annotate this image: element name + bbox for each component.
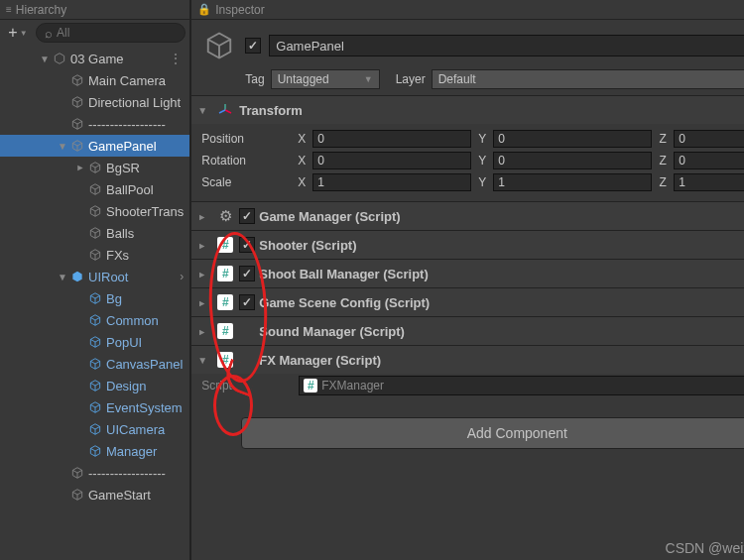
property-label: Rotation bbox=[201, 154, 291, 168]
context-menu-icon[interactable]: ⋮ bbox=[169, 51, 184, 66]
tree-item-label: Balls bbox=[106, 226, 134, 241]
object-active-checkbox[interactable] bbox=[245, 38, 261, 54]
x-input[interactable] bbox=[312, 130, 471, 148]
y-input[interactable] bbox=[493, 130, 652, 148]
y-input[interactable] bbox=[493, 152, 652, 169]
transform-row: Rotation X Y Z bbox=[201, 150, 744, 171]
search-input[interactable] bbox=[57, 26, 177, 40]
script-icon: # bbox=[217, 352, 233, 368]
script-object-field[interactable]: # FXManager ⊙ bbox=[299, 376, 744, 395]
object-name-input[interactable] bbox=[269, 35, 744, 56]
component-header[interactable]: # Sound Manager (Script) ? ⇄ ⋮ bbox=[191, 317, 744, 345]
tag-dropdown[interactable]: Untagged▼ bbox=[271, 69, 380, 89]
tree-row[interactable]: Bg bbox=[0, 287, 189, 309]
foldout-icon[interactable] bbox=[56, 139, 69, 153]
component-header[interactable]: ⚙ Game Manager (Script) ? ⇄ ⋮ bbox=[191, 202, 744, 230]
foldout-icon[interactable] bbox=[38, 52, 52, 65]
hierarchy-toolbar: + ▼ ⌕ bbox=[0, 20, 189, 46]
foldout-icon[interactable] bbox=[197, 211, 211, 222]
z-input[interactable] bbox=[674, 173, 744, 191]
cube-icon bbox=[87, 334, 103, 350]
foldout-icon bbox=[73, 422, 87, 436]
create-dropdown[interactable]: + ▼ bbox=[4, 23, 32, 43]
tree-row[interactable]: Directional Light bbox=[0, 91, 189, 113]
foldout-icon bbox=[73, 444, 87, 458]
tree-row[interactable]: CanvasPanel bbox=[0, 353, 189, 375]
tree-item-label: GameStart bbox=[88, 488, 151, 503]
tree-row[interactable]: Balls bbox=[0, 222, 189, 244]
z-input[interactable] bbox=[674, 152, 744, 169]
foldout-icon[interactable] bbox=[197, 105, 211, 116]
foldout-icon[interactable] bbox=[197, 240, 211, 251]
x-input[interactable] bbox=[312, 173, 471, 191]
tree-row[interactable]: FXs bbox=[0, 244, 189, 266]
foldout-icon bbox=[56, 117, 69, 131]
tree-row[interactable]: UIRoot› bbox=[0, 266, 189, 287]
component-title: FX Manager (Script) bbox=[259, 353, 744, 368]
foldout-icon bbox=[73, 204, 87, 218]
script-property: Script # FXManager ⊙ bbox=[191, 374, 744, 397]
component-enabled-checkbox[interactable] bbox=[239, 266, 255, 281]
foldout-icon[interactable] bbox=[56, 270, 69, 283]
component-header[interactable]: # Game Scene Config (Script) ? ⇄ ⋮ bbox=[191, 288, 744, 316]
hierarchy-panel: ≡ Hierarchy + ▼ ⌕ 03 Game⋮Main CameraDir… bbox=[0, 0, 191, 560]
cube-icon bbox=[87, 443, 103, 459]
component-enabled-checkbox[interactable] bbox=[239, 294, 255, 310]
cube-icon bbox=[87, 312, 103, 328]
tree-item-label: PopUI bbox=[106, 335, 142, 350]
component-title: Shoot Ball Manager (Script) bbox=[259, 267, 744, 281]
transform-header[interactable]: Transform ? ⇄ ⋮ bbox=[191, 96, 744, 124]
tree-item-label: UICamera bbox=[106, 422, 165, 437]
component-header[interactable]: # Shooter (Script) ? ⇄ ⋮ bbox=[191, 231, 744, 259]
foldout-icon[interactable] bbox=[197, 297, 211, 308]
hierarchy-title: Hierarchy bbox=[16, 3, 66, 17]
tree-row[interactable]: Common bbox=[0, 309, 189, 331]
tree-row[interactable]: EventSystem bbox=[0, 396, 189, 418]
hierarchy-search[interactable]: ⌕ bbox=[36, 23, 186, 43]
inspector-tab[interactable]: 🔒 Inspector bbox=[191, 0, 744, 20]
tree-row[interactable]: ------------------ bbox=[0, 113, 189, 135]
component-header[interactable]: # FX Manager (Script) ? ⇄ ⋮ bbox=[191, 346, 744, 374]
tree-row[interactable]: GameStart bbox=[0, 484, 189, 505]
tree-row[interactable]: PopUI bbox=[0, 331, 189, 353]
tree-row[interactable]: 03 Game⋮ bbox=[0, 48, 189, 69]
foldout-icon bbox=[73, 313, 87, 327]
gear-icon: ⚙ bbox=[219, 207, 232, 225]
tree-row[interactable]: ------------------ bbox=[0, 462, 189, 484]
tree-row[interactable]: GamePanel bbox=[0, 135, 189, 157]
tree-row[interactable]: BgSR bbox=[0, 157, 189, 178]
add-component-button[interactable]: Add Component bbox=[241, 417, 744, 449]
axis-x-label: X bbox=[295, 175, 309, 189]
foldout-icon[interactable] bbox=[197, 326, 211, 337]
foldout-icon bbox=[73, 400, 87, 414]
tree-row[interactable]: BallPool bbox=[0, 178, 189, 200]
inspector-title: Inspector bbox=[215, 3, 264, 17]
tree-item-label: FXs bbox=[106, 248, 129, 263]
prefab-open-icon[interactable]: › bbox=[180, 270, 184, 283]
tree-item-label: ------------------ bbox=[88, 117, 166, 132]
component-header[interactable]: # Shoot Ball Manager (Script) ? ⇄ ⋮ bbox=[191, 260, 744, 287]
cube-icon bbox=[69, 487, 85, 503]
foldout-icon[interactable] bbox=[197, 269, 211, 280]
component-enabled-checkbox[interactable] bbox=[239, 237, 255, 253]
chevron-down-icon: ▼ bbox=[20, 29, 28, 38]
foldout-icon[interactable] bbox=[73, 161, 87, 174]
axis-z-label: Z bbox=[656, 154, 670, 168]
component-enabled-checkbox[interactable] bbox=[239, 208, 255, 224]
tree-row[interactable]: Design bbox=[0, 375, 189, 396]
object-icon[interactable] bbox=[201, 28, 237, 63]
tree-row[interactable]: Manager bbox=[0, 440, 189, 462]
tree-row[interactable]: UICamera bbox=[0, 418, 189, 440]
tree-row[interactable]: Main Camera bbox=[0, 69, 189, 91]
foldout-icon[interactable] bbox=[197, 355, 211, 366]
hierarchy-tab[interactable]: ≡ Hierarchy bbox=[0, 0, 189, 20]
layer-dropdown[interactable]: Default▼ bbox=[432, 69, 744, 89]
tree-item-label: 03 Game bbox=[70, 52, 123, 66]
prefab-icon bbox=[69, 269, 85, 284]
z-input[interactable] bbox=[674, 130, 744, 148]
tree-row[interactable]: ShooterTrans bbox=[0, 200, 189, 222]
foldout-icon bbox=[73, 182, 87, 196]
x-input[interactable] bbox=[312, 152, 471, 169]
y-input[interactable] bbox=[493, 173, 652, 191]
property-label: Scale bbox=[201, 175, 291, 189]
